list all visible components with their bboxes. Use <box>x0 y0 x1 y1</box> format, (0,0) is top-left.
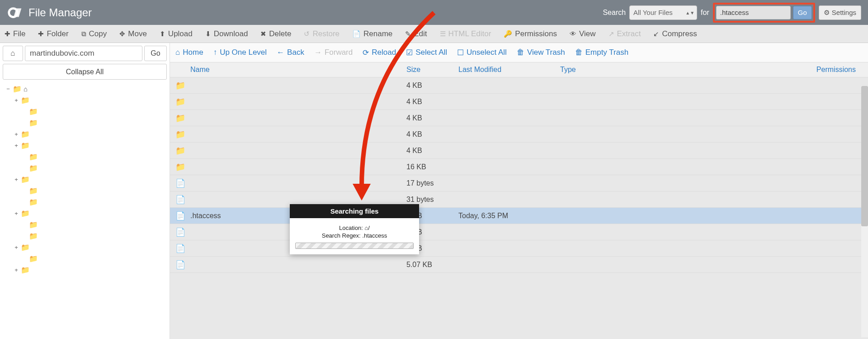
table-row[interactable]: 📁16 KB <box>170 159 868 175</box>
new-folder-button[interactable]: ✚Folder <box>38 29 68 38</box>
tree-toggle[interactable]: + <box>14 244 19 251</box>
table-row[interactable]: 📄31 bytes <box>170 191 868 208</box>
tree-item[interactable]: 📁 <box>5 117 167 129</box>
path-go-button[interactable]: Go <box>144 46 167 61</box>
move-button[interactable]: ✥Move <box>119 29 147 38</box>
restore-icon: ↺ <box>304 30 310 38</box>
tree-item[interactable]: 📁 <box>5 230 167 242</box>
new-file-button[interactable]: ✚File <box>5 29 25 38</box>
tree-item[interactable]: 📁 <box>5 219 167 230</box>
search-input[interactable] <box>716 6 791 19</box>
table-row[interactable]: 📄2 KB <box>170 224 868 240</box>
table-row[interactable]: 📁4 KB <box>170 94 868 110</box>
rename-button[interactable]: 📄Rename <box>352 29 392 38</box>
file-size: 4 KB <box>406 98 458 106</box>
searching-modal: Searching files Location: ⌂/ Search Rege… <box>290 204 419 254</box>
search-go-button[interactable]: Go <box>793 6 812 19</box>
tree-toggle[interactable]: + <box>14 131 19 138</box>
folder-icon: 📁 <box>13 85 22 93</box>
sidebar: ⌂ Go Collapse All −📁⌂+📁📁📁+📁+📁📁📁+📁📁📁+📁📁📁+… <box>0 43 170 339</box>
folder-icon: 📁 <box>175 97 190 107</box>
col-modified-header[interactable]: Last Modified <box>458 66 560 74</box>
folder-icon: 📁 <box>29 254 38 263</box>
table-row[interactable]: 📁4 KB <box>170 143 868 159</box>
nav-home-button[interactable]: ⌂Home <box>175 48 203 57</box>
tree-toggle[interactable]: + <box>14 97 19 104</box>
tree-item[interactable]: +📁 <box>5 242 167 253</box>
tree-item[interactable]: 📁 <box>5 106 167 117</box>
tree-toggle[interactable]: + <box>14 267 19 273</box>
key-icon: 🔑 <box>504 30 512 38</box>
edit-button[interactable]: ✎Edit <box>405 29 427 38</box>
tree-item[interactable]: +📁 <box>5 174 167 185</box>
collapse-all-button[interactable]: Collapse All <box>3 64 167 80</box>
tree-toggle[interactable]: + <box>14 210 19 217</box>
tree-toggle[interactable]: + <box>14 142 19 149</box>
extract-button: ↗Extract <box>609 29 641 38</box>
permissions-button[interactable]: 🔑Permissions <box>504 29 557 38</box>
table-row[interactable]: 📄.htaccess8 KBToday, 6:35 PM <box>170 208 868 224</box>
tree-item[interactable]: 📁 <box>5 253 167 264</box>
uncheck-icon: ☐ <box>457 48 464 57</box>
document-icon: 📄 <box>352 30 361 38</box>
tree-toggle[interactable]: + <box>14 176 19 183</box>
nav-empty-trash-button[interactable]: 🗑Empty Trash <box>575 48 628 57</box>
table-row[interactable]: 📄17 bytes <box>170 175 868 191</box>
tree-item[interactable]: +📁 <box>5 264 167 276</box>
nav-unselect-all-button[interactable]: ☐Unselect All <box>457 48 507 57</box>
folder-icon: 📁 <box>29 186 38 195</box>
tree-toggle[interactable]: − <box>5 86 11 92</box>
nav-select-all-button[interactable]: ☑Select All <box>406 48 447 57</box>
table-row[interactable]: 📁4 KB <box>170 126 868 143</box>
delete-button[interactable]: ✖Delete <box>260 29 291 38</box>
settings-button[interactable]: ⚙ Settings <box>819 5 861 20</box>
upload-button[interactable]: ⬆Upload <box>160 29 193 38</box>
file-icon: 📄 <box>175 244 190 253</box>
col-size-header[interactable]: Size <box>406 66 458 74</box>
search-scope-wrap: All Your Files ▲▼ <box>629 5 697 20</box>
tree-item[interactable]: 📁 <box>5 162 167 174</box>
nav-view-trash-button[interactable]: 🗑View Trash <box>517 48 565 57</box>
tree-item[interactable]: −📁⌂ <box>5 83 167 95</box>
tree-item[interactable]: 📁 <box>5 196 167 208</box>
gear-icon: ⚙ <box>824 9 830 17</box>
col-type-header[interactable]: Type <box>560 66 653 74</box>
tree-item[interactable]: +📁 <box>5 129 167 140</box>
tree-item[interactable]: +📁 <box>5 208 167 219</box>
file-size: 16 KB <box>406 163 458 171</box>
main-area: ⌂ Go Collapse All −📁⌂+📁📁📁+📁+📁📁📁+📁📁📁+📁📁📁+… <box>0 43 868 339</box>
nav-up-button[interactable]: ↑Up One Level <box>213 48 267 57</box>
col-name-header[interactable]: Name <box>190 66 406 74</box>
toolbar: ✚File ✚Folder ⧉Copy ✥Move ⬆Upload ⬇Downl… <box>0 25 868 43</box>
folder-icon: 📁 <box>21 96 30 105</box>
copy-button[interactable]: ⧉Copy <box>81 29 107 38</box>
trash-icon: 🗑 <box>575 48 583 57</box>
table-row[interactable]: 📁4 KB <box>170 110 868 126</box>
download-button[interactable]: ⬇Download <box>205 29 248 38</box>
file-size: 4 KB <box>406 81 458 90</box>
table-row[interactable]: 📄5.07 KB <box>170 257 868 273</box>
tree-item[interactable]: 📁 <box>5 185 167 196</box>
tree-item[interactable]: 📁 <box>5 151 167 162</box>
tree-item[interactable]: +📁 <box>5 140 167 151</box>
col-permissions-header[interactable]: Permissions <box>653 66 863 74</box>
trash-icon: 🗑 <box>517 48 524 57</box>
table-header: Name Size Last Modified Type Permissions <box>170 62 868 77</box>
folder-icon: 📁 <box>29 153 38 161</box>
view-button[interactable]: 👁View <box>570 29 596 38</box>
folder-icon: 📁 <box>21 130 30 138</box>
plus-icon: ✚ <box>5 30 10 38</box>
tree-item[interactable]: +📁 <box>5 95 167 106</box>
scrollbar[interactable] <box>861 86 868 337</box>
search-scope-select[interactable]: All Your Files <box>629 5 697 20</box>
folder-icon: 📁 <box>175 113 190 123</box>
nav-reload-button[interactable]: ⟳Reload <box>363 48 396 57</box>
scrollbar-thumb[interactable] <box>861 86 868 226</box>
compress-button[interactable]: ↙Compress <box>653 29 697 38</box>
nav-back-button[interactable]: ←Back <box>277 48 304 57</box>
path-input[interactable] <box>25 46 142 61</box>
table-row[interactable]: 📄7 KB <box>170 240 868 257</box>
home-path-button[interactable]: ⌂ <box>3 46 23 61</box>
eye-icon: 👁 <box>570 30 576 38</box>
table-row[interactable]: 📁4 KB <box>170 77 868 94</box>
